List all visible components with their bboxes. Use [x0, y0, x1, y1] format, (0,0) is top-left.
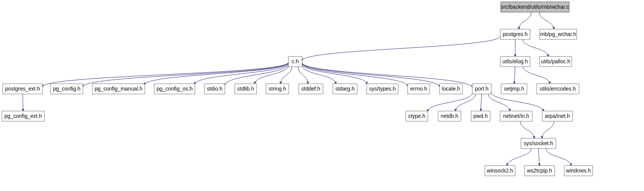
node-utils_elog_h[interactable]: utils/elog.h [500, 56, 530, 67]
edge-sys_socket_h-to-ws2tcpip_h [539, 149, 540, 166]
node-windows_h[interactable]: windows.h [564, 166, 593, 176]
node-mbpgwchar_h[interactable]: mb/pg_wchar.h [540, 29, 577, 39]
node-label-utils_palloc_h: utils/palloc.h [541, 58, 570, 64]
node-utils_errcodes_h[interactable]: utils/errcodes.h [536, 84, 579, 94]
node-label-c_h: c.h [292, 58, 299, 64]
node-label-sys_types_h: sys/types.h [369, 86, 396, 92]
edge-port_h-to-arpa_inet_h [491, 92, 543, 111]
node-label-root: src/backend/utils/mb/wchar.c [501, 4, 569, 10]
node-label-errno_h: errno.h [410, 86, 427, 92]
node-utils_palloc_h[interactable]: utils/palloc.h [540, 56, 572, 67]
node-label-ws2tcpip_h: ws2tcpip.h [527, 168, 552, 174]
node-ws2tcpip_h[interactable]: ws2tcpip.h [524, 166, 555, 176]
edge-utils_elog_h-to-setjmp_h [514, 67, 515, 84]
edge-c_h-to-string_h [281, 67, 292, 84]
node-label-port_h: port.h [475, 86, 489, 92]
node-label-winsock2_h: winsock2.h [486, 168, 513, 174]
edge-root-to-mbpgwchar_h [539, 12, 554, 29]
node-label-utils_elog_h: utils/elog.h [503, 58, 528, 64]
node-label-locale_h: locale.h [442, 86, 460, 92]
edge-c_h-to-postgres_ext_h [43, 62, 288, 87]
node-port_h[interactable]: port.h [472, 84, 491, 94]
node-label-stdarg_h: stdarg.h [335, 86, 355, 92]
edge-arpa_inet_h-to-sys_socket_h [542, 121, 554, 138]
node-label-stdio_h: stdio.h [207, 86, 222, 92]
node-root[interactable]: src/backend/utils/mb/wchar.c [501, 2, 569, 12]
edge-c_h-to-stdlib_h [255, 65, 288, 84]
node-locale_h[interactable]: locale.h [440, 84, 462, 94]
node-label-mbpgwchar_h: mb/pg_wchar.h [540, 31, 576, 37]
node-c_h[interactable]: c.h [288, 56, 302, 67]
node-winsock2_h[interactable]: winsock2.h [485, 166, 515, 176]
node-postgres_ext_h[interactable]: postgres_ext.h [3, 84, 43, 94]
edge-postgres_ext_h-to-pg_config_ext_h [23, 94, 23, 111]
edge-c_h-to-stddef_h [298, 67, 308, 84]
node-pg_config_manual_h[interactable]: pg_config_manual.h [92, 84, 145, 94]
node-pg_config_os_h[interactable]: pg_config_os.h [154, 84, 195, 94]
node-label-windows_h: windows.h [566, 168, 591, 174]
node-setjmp_h[interactable]: setjmp.h [501, 84, 527, 94]
node-errno_h[interactable]: errno.h [408, 84, 430, 94]
edge-netinet_in_h-to-sys_socket_h [520, 121, 534, 138]
node-string_h[interactable]: string.h [266, 84, 289, 94]
edge-utils_elog_h-to-utils_errcodes_h [523, 67, 550, 84]
node-label-pg_config_h: pg_config.h [53, 86, 80, 92]
node-label-string_h: string.h [269, 86, 286, 92]
node-ctype_h[interactable]: ctype.h [406, 111, 428, 121]
node-stdlib_h[interactable]: stdlib.h [235, 84, 256, 94]
edge-c_h-to-pg_config_manual_h [145, 63, 288, 85]
node-netinet_in_h[interactable]: netinet/in.h [500, 111, 532, 121]
edge-root-to-postgres_h [519, 12, 532, 29]
node-postgres_h[interactable]: postgres.h [500, 29, 530, 39]
edge-port_h-to-pwd_h [481, 94, 482, 111]
edge-postgres_h-to-utils_palloc_h [523, 39, 548, 56]
node-label-pwd_h: pwd.h [473, 113, 487, 119]
edge-c_h-to-locale_h [302, 63, 440, 87]
edge-port_h-to-netinet_in_h [488, 94, 510, 111]
node-stddef_h[interactable]: stddef.h [299, 84, 323, 94]
node-label-pg_config_ext_h: pg_config_ext.h [5, 113, 42, 119]
edge-postgres_h-to-c_h [302, 36, 500, 61]
node-label-setjmp_h: setjmp.h [504, 86, 524, 92]
node-label-stddef_h: stddef.h [301, 86, 320, 92]
edge-port_h-to-netdb_h [456, 94, 476, 111]
node-label-ctype_h: ctype.h [408, 113, 425, 119]
node-label-netinet_in_h: netinet/in.h [503, 113, 529, 119]
node-label-sys_socket_h: sys/socket.h [524, 140, 553, 146]
node-pg_config_h[interactable]: pg_config.h [51, 84, 83, 94]
node-pg_config_ext_h[interactable]: pg_config_ext.h [2, 111, 44, 121]
node-stdarg_h[interactable]: stdarg.h [333, 84, 357, 94]
node-stdio_h[interactable]: stdio.h [204, 84, 225, 94]
node-label-pg_config_manual_h: pg_config_manual.h [95, 86, 142, 92]
edge-sys_socket_h-to-winsock2_h [507, 149, 531, 166]
node-label-netdb_h: netdb.h [441, 113, 459, 119]
edge-c_h-to-errno_h [302, 63, 408, 86]
node-label-utils_errcodes_h: utils/errcodes.h [540, 86, 576, 92]
node-pwd_h[interactable]: pwd.h [471, 111, 490, 121]
node-label-postgres_ext_h: postgres_ext.h [5, 86, 40, 92]
dependency-graph: src/backend/utils/mb/wchar.cpostgres.hmb… [0, 0, 644, 191]
node-sys_types_h[interactable]: sys/types.h [367, 84, 398, 94]
node-label-arpa_inet_h: arpa/inet.h [545, 113, 570, 119]
node-arpa_inet_h[interactable]: arpa/inet.h [542, 111, 573, 121]
node-label-postgres_h: postgres.h [503, 31, 527, 37]
node-netdb_h[interactable]: netdb.h [438, 111, 461, 121]
edge-port_h-to-ctype_h [428, 93, 472, 111]
node-sys_socket_h[interactable]: sys/socket.h [521, 138, 556, 149]
edge-sys_socket_h-to-windows_h [546, 149, 571, 166]
node-label-pg_config_os_h: pg_config_os.h [157, 86, 193, 92]
node-label-stdlib_h: stdlib.h [237, 86, 254, 92]
